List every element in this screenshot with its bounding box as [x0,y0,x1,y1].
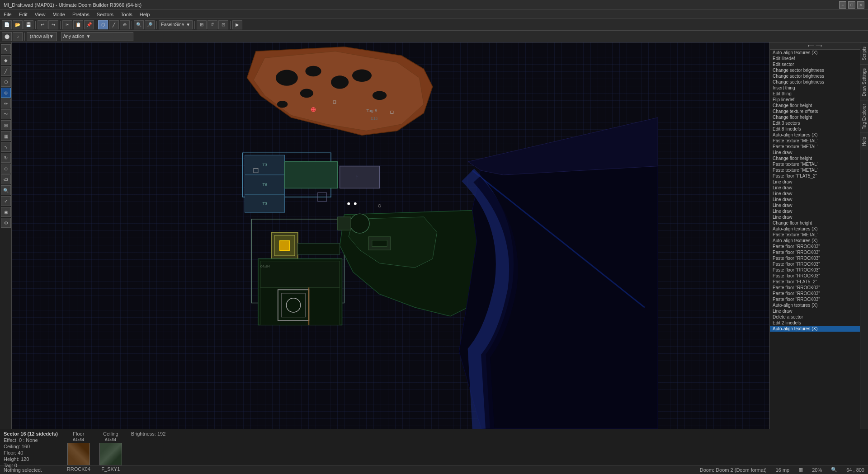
zoom-in-button[interactable]: 🔍 [134,20,144,29]
zoom-out-button[interactable]: 🔎 [145,20,155,29]
history-item-25[interactable]: Line draw [770,197,860,202]
draw-settings-tab[interactable]: Draw Settings [860,64,868,100]
action-dropdown[interactable]: Any action ▼ [61,32,133,41]
tag-explorer-tab[interactable]: Tag Explorer [860,100,868,133]
history-item-32[interactable]: Auto-align textures (X) [770,238,860,244]
history-item-8[interactable]: Flip linedef [770,97,860,103]
history-item-17[interactable]: Line draw [770,150,860,155]
history-item-9[interactable]: Change floor height [770,103,860,108]
history-item-36[interactable]: Paste floor "RROCK03" [770,261,860,267]
maximize-button[interactable]: □ [848,1,855,9]
ceiling-texture-preview[interactable] [99,443,122,465]
history-item-38[interactable]: Paste floor "RROCK03" [770,273,860,279]
history-item-30[interactable]: Auto-align textures (X) [770,226,860,232]
undo-redo-panel[interactable]: Auto-align textures (X)Edit linedefEdit … [770,50,860,429]
history-item-11[interactable]: Change floor height [770,114,860,120]
snap-button[interactable]: ⊞ [197,20,207,29]
tool-check[interactable]: ✓ [1,196,11,206]
tool-zoom[interactable]: 🔍 [1,185,11,195]
history-item-7[interactable]: Edit thing [770,91,860,97]
tool-rotate[interactable]: ↻ [1,153,11,163]
history-item-39[interactable]: Paste floor "FLAT5_2" [770,279,860,285]
tool-settings[interactable]: ⚙ [1,218,11,228]
tool-circle[interactable]: ◉ [1,207,11,217]
scripts-tab[interactable]: Scripts [860,42,868,64]
tool-thing[interactable]: ⊕ [1,88,11,98]
undo-button[interactable]: ↩ [38,20,47,29]
play-button[interactable]: ▶ [232,20,242,29]
sectors-mode-button[interactable]: ⬡ [98,20,108,29]
history-item-14[interactable]: Auto-align textures (X) [770,132,860,138]
history-item-41[interactable]: Paste floor "RROCK03" [770,291,860,296]
minimize-button[interactable]: − [839,1,846,9]
menu-sectors[interactable]: Sectors [93,11,117,18]
tb2-btn2[interactable]: ○ [13,32,23,41]
history-item-29[interactable]: Change floor height [770,220,860,226]
history-item-31[interactable]: Paste texture "METAL" [770,232,860,238]
history-item-42[interactable]: Paste floor "RROCK03" [770,296,860,302]
easein-dropdown[interactable]: EaseInSine ▼ [159,20,193,29]
history-item-22[interactable]: Line draw [770,179,860,185]
history-item-26[interactable]: Line draw [770,202,860,208]
history-item-2[interactable]: Edit sector [770,61,860,67]
tool-select[interactable]: ↖ [1,44,11,54]
history-item-6[interactable]: Insert thing [770,85,860,91]
history-item-33[interactable]: Paste floor "RROCK03" [770,244,860,249]
menu-mode[interactable]: Mode [49,11,69,18]
history-item-13[interactable]: Edit 8 linedefs [770,126,860,132]
history-item-37[interactable]: Paste floor "RROCK03" [770,267,860,273]
cut-button[interactable]: ✂ [62,20,72,29]
things-mode-button[interactable]: ⊕ [120,20,130,29]
history-item-12[interactable]: Edit 3 sectors [770,120,860,126]
menu-file[interactable]: File [0,11,15,18]
tool-linedef[interactable]: ╱ [1,66,11,76]
history-item-15[interactable]: Paste texture "METAL" [770,138,860,144]
tool-bridge[interactable]: ⊞ [1,120,11,130]
save-button[interactable]: 💾 [24,20,33,29]
close-button[interactable]: × [857,1,864,9]
history-item-4[interactable]: Change sector brightness [770,73,860,79]
tool-merge[interactable]: ⊙ [1,164,11,174]
tool-vertex[interactable]: ◆ [1,55,11,65]
tool-floor[interactable]: ▦ [1,131,11,141]
history-item-35[interactable]: Paste floor "RROCK03" [770,255,860,261]
history-item-1[interactable]: Edit linedef [770,56,860,61]
tool-curve[interactable]: 〜 [1,109,11,119]
history-item-47[interactable]: Auto-align textures (X) [770,326,860,332]
menu-edit[interactable]: Edit [15,11,31,18]
history-item-10[interactable]: Change texture offsets [770,108,860,114]
history-item-23[interactable]: Line draw [770,185,860,191]
tool-scale[interactable]: ⤡ [1,142,11,152]
history-item-27[interactable]: Line draw [770,208,860,214]
paste-button[interactable]: 📌 [84,20,94,29]
tb2-show-all[interactable]: (show all) ▼ [27,32,57,41]
history-item-16[interactable]: Paste texture "METAL" [770,144,860,150]
menu-prefabs[interactable]: Prefabs [69,11,93,18]
map-canvas[interactable]: Tag 8 E16 T3 T6 T3 ↑ [12,42,769,429]
history-item-19[interactable]: Paste texture "METAL" [770,161,860,167]
toggle-grid-button[interactable]: ⊡ [218,20,228,29]
history-item-44[interactable]: Line draw [770,308,860,314]
help-tab[interactable]: Help [860,133,868,150]
history-item-20[interactable]: Paste texture "METAL" [770,167,860,173]
open-button[interactable]: 📂 [13,20,23,29]
history-item-34[interactable]: Paste floor "RROCK03" [770,249,860,255]
history-item-40[interactable]: Paste floor "RROCK03" [770,285,860,291]
menu-view[interactable]: View [31,11,49,18]
tb2-btn1[interactable]: ⬤ [2,32,12,41]
floor-texture-preview[interactable] [67,443,90,465]
history-item-45[interactable]: Delete a sector [770,314,860,320]
menu-help[interactable]: Help [136,11,154,18]
tool-draw[interactable]: ✏ [1,99,11,108]
history-item-28[interactable]: Line draw [770,214,860,220]
menu-tools[interactable]: Tools [117,11,136,18]
history-item-5[interactable]: Change sector brightness [770,79,860,85]
tool-sector[interactable]: ⬡ [1,77,11,87]
history-item-43[interactable]: Auto-align textures (X) [770,302,860,308]
history-item-21[interactable]: Paste floor "FLAT5_2" [770,173,860,179]
history-item-46[interactable]: Edit 2 linedefs [770,320,860,326]
copy-button[interactable]: 📋 [73,20,83,29]
grid-button[interactable]: # [208,20,217,29]
history-item-3[interactable]: Change sector brightness [770,67,860,73]
redo-button[interactable]: ↪ [48,20,58,29]
